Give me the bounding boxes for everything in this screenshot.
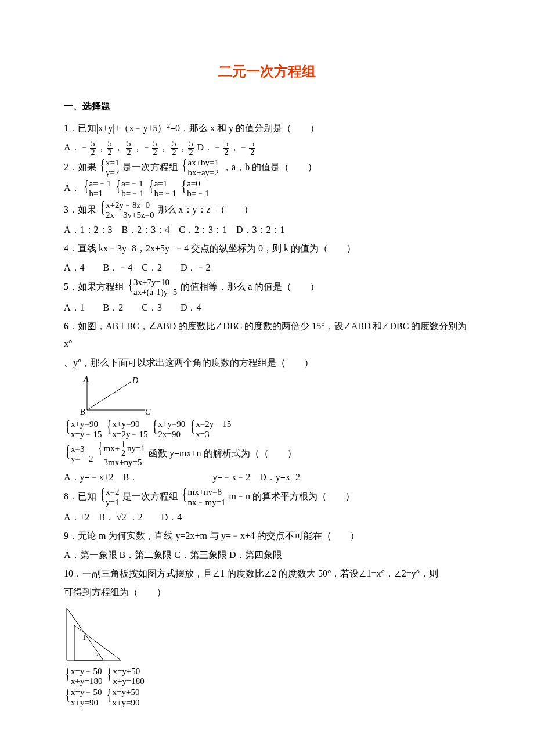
brace-icon: x=y﹣50x+y=90 — [65, 687, 102, 708]
label-D: D — [132, 376, 138, 385]
brace-icon: ax+by=1bx+ay=2 — [182, 158, 219, 178]
question-7-options: A．y=﹣x+2 B． y=﹣x﹣2 D．y=x+2 — [64, 469, 470, 486]
frac-icon: 52 — [152, 140, 158, 157]
brace-icon: x=y+50x+y=90 — [106, 687, 139, 708]
question-6-options: x+y=90x=y﹣15 x+y=90x=2y﹣15 x+y=902x=90 x… — [64, 419, 470, 440]
q1-C-mid: ， — [178, 142, 187, 152]
q2-A: A． — [64, 183, 80, 193]
question-5-options: A．1 B．2 C．3 D．4 — [64, 299, 470, 316]
q8-stem-a: 8．已知 — [64, 491, 96, 501]
question-10-options-2: x=y﹣50x+y=90 x=y+50x+y=90 — [64, 687, 470, 708]
brace-icon: x=3y=﹣2 — [65, 444, 93, 465]
frac-icon: 52 — [90, 140, 96, 157]
question-2-options: A． a=﹣1b=1 a=﹣1b=﹣1 a=1b=﹣1 a=0b=﹣1 — [64, 179, 470, 199]
q8-stem-b: 是一次方程组 — [122, 491, 178, 501]
brace-icon: x=y+50x+y=180 — [107, 667, 144, 687]
angle-figure-icon: A D B C — [64, 375, 151, 416]
question-7: x=3y=﹣2 mx+12ny=1 3mx+ny=5 函数 y=mx+n 的解析… — [64, 441, 470, 467]
brace-icon: x=1y=2 — [100, 158, 119, 178]
brace-icon: x+2y﹣8z=02x﹣3y+5z=0 — [100, 200, 154, 221]
question-6-stem1: 6．如图，AB⊥BC，∠ABD 的度数比∠DBC 的度数的两倍少 15°，设∠A… — [64, 318, 470, 353]
q7-sys2a2: ny=1 — [127, 444, 145, 453]
triangle-setsquare-icon: 1 2 — [64, 605, 139, 663]
q5-stem-b: 的值相等，那么 a 的值是（ ） — [181, 282, 319, 291]
brace-icon: a=0b=﹣1 — [181, 179, 209, 199]
q1-stem-b: =0，那么 x 和 y 的值分别是（ ） — [170, 123, 319, 133]
question-3: 3．如果 x+2y﹣8z=02x﹣3y+5z=0 那么 x：y：z=（ ） — [64, 200, 470, 221]
question-2: 2．如果 x=1y=2 是一次方程组 ax+by=1bx+ay=2 ，a，b 的… — [64, 158, 470, 178]
question-4-options: A．4 B．﹣4 C．2 D．﹣2 — [64, 259, 470, 276]
question-8-options: A．±2 B． √2 ．2 D．4 — [64, 509, 470, 526]
q8-opts-a: A．±2 B． — [64, 512, 114, 522]
label-C: C — [145, 408, 151, 416]
q1-A-mid: ， — [97, 142, 106, 152]
brace-icon: x=y﹣50x+y=180 — [65, 667, 102, 687]
label-B: B — [80, 408, 85, 416]
frac-icon: 52 — [249, 140, 255, 157]
q2-stem-b: 是一次方程组 — [122, 161, 178, 171]
frac-icon: 12 — [120, 441, 127, 458]
frac-icon: 52 — [188, 140, 194, 157]
question-10-stem1: 10．一副三角板按如图方式摆放，且∠1 的度数比∠2 的度数大 50°，若设∠1… — [64, 565, 470, 582]
section-heading: 一、选择题 — [64, 98, 470, 115]
label-A: A — [83, 375, 89, 384]
question-5: 5．如果方程组 3x+7y=10ax+(a-1)y=5 的值相等，那么 a 的值… — [64, 278, 470, 298]
brace-icon: x+y=90x=y﹣15 — [65, 419, 102, 440]
radical-icon: √2 — [117, 512, 127, 522]
question-8: 8．已知 x=2y=1 是一次方程组 mx+ny=8nx﹣my=1 m﹣n 的算… — [64, 487, 470, 507]
svg-text:1: 1 — [82, 633, 86, 642]
brace-icon: x+y=90x=2y﹣15 — [106, 419, 147, 440]
q1-D-mid: ，﹣ — [230, 142, 248, 152]
svg-line-2 — [87, 382, 131, 410]
question-9-options: A．第一象限 B．第二象限 C．第三象限 D．第四象限 — [64, 546, 470, 564]
frac-icon: 52 — [223, 140, 229, 157]
brace-icon: x+y=902x=90 — [152, 419, 185, 440]
q2-stem-c: ，a，b 的值是（ ） — [222, 161, 317, 171]
question-4: 4．直线 kx﹣3y=8，2x+5y=﹣4 交点的纵坐标为 0，则 k 的值为（… — [64, 240, 470, 257]
brace-icon: mx+12ny=1 3mx+ny=5 — [98, 441, 145, 467]
q3-stem-a: 3．如果 — [64, 204, 96, 214]
q8-stem-c: m﹣n 的算术平方根为（ ） — [229, 491, 355, 501]
brace-icon: x=2y=1 — [100, 487, 119, 507]
page-title: 二元一次方程组 — [64, 58, 470, 85]
brace-icon: mx+ny=8nx﹣my=1 — [182, 487, 225, 507]
q5-stem-a: 5．如果方程组 — [64, 282, 124, 291]
q1-D-pre: D．﹣ — [197, 142, 223, 152]
question-1: 1．已知|x+y|+（x﹣y+5）2=0，那么 x 和 y 的值分别是（ ） — [64, 120, 470, 138]
brace-icon: a=1b=﹣1 — [149, 179, 176, 199]
question-10-stem2: 可得到方程组为（ ） — [64, 584, 470, 601]
brace-icon: 3x+7y=10ax+(a-1)y=5 — [128, 278, 177, 298]
svg-text:2: 2 — [95, 651, 99, 659]
q7-sys2a: mx+ — [103, 444, 120, 453]
question-9: 9．无论 m 为何实数，直线 y=2x+m 与 y=﹣x+4 的交点不可能在（ … — [64, 527, 470, 545]
q1-stem-a: 1．已知|x+y|+（x﹣y+5） — [64, 123, 167, 133]
q8-opts-b: ．2 D．4 — [129, 512, 182, 522]
frac-icon: 52 — [126, 140, 132, 157]
q3-stem-b: 那么 x：y：z=（ ） — [158, 204, 253, 214]
brace-icon: x=2y﹣15x=3 — [190, 419, 231, 440]
question-6-stem2: 、y°，那么下面可以求出这两个角的度数的方程组是（ ） — [64, 354, 470, 372]
question-1-options: A．﹣52，52， 52，﹣52， 52，52 D．﹣52，﹣52 — [64, 139, 470, 157]
q2-stem-a: 2．如果 — [64, 161, 96, 171]
frac-icon: 52 — [171, 140, 178, 157]
brace-icon: a=﹣1b=1 — [84, 179, 111, 199]
question-3-options: A．1：2：3 B．2：3：4 C．2：3：1 D．3：2：1 — [64, 221, 470, 239]
q7-stem-b: 函数 y=mx+n 的解析式为（（ ） — [149, 448, 297, 458]
question-10-options: x=y﹣50x+y=180 x=y+50x+y=180 — [64, 667, 470, 687]
brace-icon: a=﹣1b=﹣1 — [116, 179, 143, 199]
q1-A-pre: A． — [64, 142, 80, 152]
frac-icon: 52 — [107, 140, 113, 157]
q1-B-mid: ，﹣ — [133, 142, 151, 152]
